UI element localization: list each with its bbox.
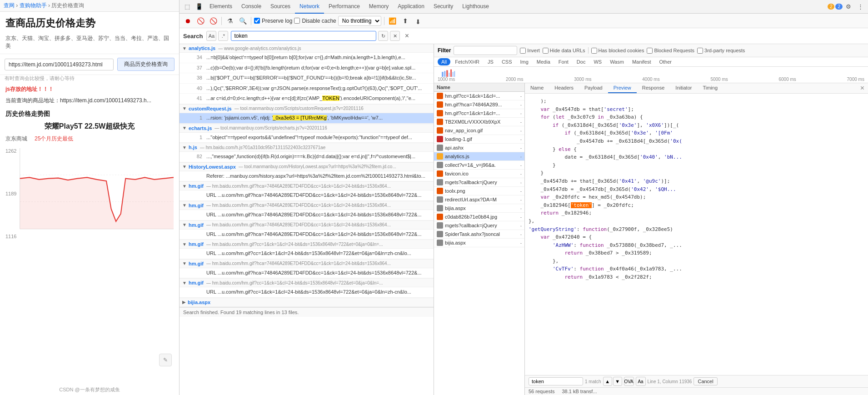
disable-cache-label[interactable]: Disable cache [294,18,336,24]
request-row-analytics[interactable]: analytics.js - [434,152,524,161]
request-row-spider[interactable]: SpiderTask.ashx?jsoncal - [434,230,524,239]
preview-search-input[interactable] [529,377,583,385]
type-btn-manifest[interactable]: Manifest [629,58,655,65]
result-group-header-analytics[interactable]: ▼ analytics.js — www.google-analytics.co… [180,44,434,53]
request-row-hmgif2[interactable]: hm.gif?hca=74846A289... - [434,100,524,109]
blocked-requests-label[interactable]: Blocked Requests [647,48,694,54]
result-group-header-hmgif1[interactable]: ▼ hm.gif — hm.baidu.com/hm.gif?hca=74846… [180,182,434,190]
request-row-hmgif3[interactable]: hm.gif?cc=1&ck=1&cl=... - [434,109,524,118]
stop-btn[interactable]: 🚫 [195,15,206,26]
request-row-favicon[interactable]: favicon.ico - [434,170,524,178]
record-btn[interactable]: ⏺ [182,15,193,26]
type-btn-wasm[interactable]: Wasm [606,58,628,65]
result-item[interactable]: 34 ...=b[0]&&'object'==typeof b[0])retur… [180,53,434,63]
cancel-btn[interactable]: Cancel [693,377,717,385]
type-btn-js[interactable]: JS [484,58,497,65]
invert-checkbox[interactable] [520,48,526,54]
search-close-btn[interactable]: × [402,31,412,41]
result-item[interactable]: 82 ...,"message",function(d){if(b.R(d.or… [180,152,434,162]
preserve-log-checkbox[interactable] [254,18,260,24]
tab-application[interactable]: Application [393,0,429,14]
type-btn-other[interactable]: Other [655,58,675,65]
devtools-device-btn[interactable]: 📱 [193,1,205,13]
devtools-more-btn[interactable]: ⋮ [854,1,866,13]
third-party-checkbox[interactable] [697,48,703,54]
detail-tab-initiator[interactable]: Initiator [670,83,697,93]
filter-btn[interactable]: ⚗ [224,15,235,26]
request-row-mgets2[interactable]: mgets?callback=jQuery - [434,221,524,230]
type-btn-all[interactable]: All [438,58,450,65]
type-btn-font[interactable]: Font [555,58,572,65]
edit-icon[interactable]: ✎ [159,354,172,366]
detail-tab-response[interactable]: Response [637,83,670,93]
next-btn[interactable]: ▼ [613,377,622,386]
request-row-c0dab[interactable]: c0dab826b71e0b84.jpg - [434,213,524,221]
blocked-requests-checkbox[interactable] [647,48,653,54]
result-group-header-hmgif6[interactable]: ▼ hm.gif — hm.baidu.com/hm.gif?cc=1&ck=1… [180,279,434,287]
type-btn-ws[interactable]: WS [590,58,605,65]
request-row-tb2xm[interactable]: TB2XM0LrVXXXXb9XpX - [434,118,524,126]
result-item[interactable]: URL ...u.com/hm.gif?hca=74846A289E7D4FDD… [180,210,434,220]
detail-tab-preview[interactable]: Preview [608,83,637,93]
url-input[interactable] [5,59,114,70]
tab-performance[interactable]: Performance [324,0,364,14]
search-input[interactable] [231,31,376,41]
import-btn[interactable]: ⬆ [400,15,411,26]
search-refresh-btn[interactable]: ↻ [378,31,388,41]
preserve-log-label[interactable]: Preserve log [254,18,292,24]
result-group-header-echarts[interactable]: ▼ echarts.js — tool.manmanbuy.com/Script… [180,124,434,133]
request-row-toolx[interactable]: toolx.png - [434,187,524,195]
type-btn-css[interactable]: CSS [498,58,516,65]
search-clear-btn[interactable]: ✕ [390,31,400,41]
result-item[interactable]: URL ...u.com/hm.gif?hca=74846A289E7D4FDD… [180,190,434,201]
prev-btn[interactable]: ▲ [603,377,612,386]
ova-btn[interactable]: OVA [624,377,634,386]
result-group-header-hjs[interactable]: ▼ h.js — hm.baidu.com/h.js?01a310dc95b71… [180,143,434,152]
result-group-header-hmgif2[interactable]: ▼ hm.gif — hm.baidu.com/hm.gif?hca=74846… [180,201,434,210]
breadcrumb-link-1[interactable]: 查网 [4,2,15,9]
type-btn-media[interactable]: Media [533,58,554,65]
close-detail-btn[interactable]: × [857,83,868,93]
throttling-select[interactable]: No throttling Fast 3G Slow 3G [338,16,381,26]
tab-console[interactable]: Console [237,0,266,14]
type-btn-img[interactable]: Img [517,58,532,65]
search-btn[interactable]: 🔍 [237,15,248,26]
result-group-header-hmgif4[interactable]: ▼ hm.gif — hm.baidu.com/hm.gif?cc=1&ck=1… [180,240,434,249]
request-row-loading[interactable]: loading-1.gif - [434,135,524,144]
tab-sources[interactable]: Sources [266,0,295,14]
result-group-header-bijia[interactable]: ▶ bijia.aspx [180,298,434,307]
result-group-header-hmgif3[interactable]: ▼ hm.gif — hm.baidu.com/hm.gif?hca=74846… [180,221,434,230]
result-item[interactable]: URL ...u.com/hm.gif?hca=74846A289E7D4FDD… [180,268,434,279]
devtools-inspect-btn[interactable]: ⬚ [181,1,193,13]
result-item[interactable]: 37 ...c)(b=Oe(b);var d={};if(!b||!b.leng… [180,63,434,74]
result-item[interactable]: URL ...u.com/hm.gif?cc=1&ck=1&cl=24-bit&… [180,249,434,259]
tab-elements[interactable]: Elements [205,0,237,14]
result-group-header-hmgif5[interactable]: ▼ hm.gif — hm.baidu.com/hm.gif?hca=74846… [180,260,434,268]
result-item[interactable]: 40 ...),Qc('','$ERROR',3E4));var g=JSON.… [180,84,434,94]
breadcrumb-link-2[interactable]: 查购物助手 [20,2,47,9]
export-btn[interactable]: ⬇ [413,16,424,27]
result-group-header-historylowest[interactable]: ▼ HistoryLowest.aspx — tool.manmanbuy.co… [180,163,434,171]
blocked-cookies-checkbox[interactable] [591,48,597,54]
type-btn-doc[interactable]: Doc [573,58,589,65]
detail-tab-headers[interactable]: Headers [549,83,579,93]
hide-data-label[interactable]: Hide data URLs [543,48,585,54]
result-item[interactable]: URL ...u.com/hm.gif?cc=1&ck=1&cl=24-bit&… [180,287,434,298]
disable-cache-checkbox[interactable] [294,18,300,24]
tab-security[interactable]: Security [429,0,458,14]
detail-tab-payload[interactable]: Payload [579,83,608,93]
devtools-settings-btn[interactable]: ⚙ [843,1,854,13]
tab-memory[interactable]: Memory [364,0,393,14]
tab-lighthouse[interactable]: Lighthouse [458,0,494,14]
dot-btn[interactable]: .* [218,31,228,41]
blocked-cookies-label[interactable]: Has blocked cookies [591,48,644,54]
detail-tab-name[interactable]: Name [525,83,549,93]
request-row-redirect[interactable]: redirectUrl.aspx?DA=M - [434,195,524,204]
hide-data-checkbox[interactable] [543,48,549,54]
wifi-btn[interactable]: 📶 [387,15,398,26]
result-item[interactable]: 1 ..."object"==typeof exports&&"undefine… [180,133,434,143]
request-row-navapp[interactable]: nav_app_icon.gif - [434,126,524,135]
query-btn[interactable]: 商品历史价格查询 [117,58,175,71]
tab-network[interactable]: Network [295,0,324,14]
detail-tab-timing[interactable]: Timing [697,83,723,93]
